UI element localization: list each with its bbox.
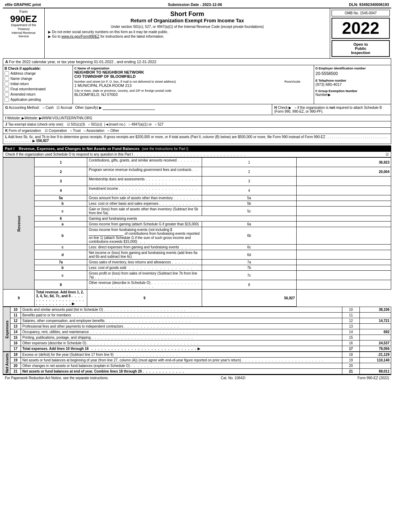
part1-title: Revenue, Expenses, and Changes in Net As… [17, 147, 142, 151]
line-ref-1: 1 [202, 158, 296, 167]
section-d-label: D Employer identification number [315, 67, 389, 70]
revenue-row-7a: 7a Gross sales of inventory, less return… [3, 260, 391, 265]
revenue-row-6d: d Net income or (loss) from gaming and f… [3, 250, 391, 260]
open-inspection-title: Open to [334, 42, 388, 46]
expense-row-15: 15 Printing, publications, postage, and … [3, 335, 391, 340]
revenue-row-6: 6 Gaming and fundraising events [3, 216, 391, 222]
open-inspection-detail: Inspection [334, 51, 388, 55]
net-val-19: 110,140 [360, 358, 391, 363]
section-g: G Accounting Method: ○ Cash ☑ Accrual Ot… [3, 104, 272, 115]
section-i: I Website: ▶Website: ▶WWW.VOLUNTEERNTNN.… [3, 115, 391, 121]
org-city: BLOOMFIELD, NJ 07003 [74, 92, 312, 97]
part1-subtitle: (see the instructions for Part I) [142, 147, 188, 151]
checkbox-initial-return[interactable]: Initial return [5, 82, 71, 86]
revenue-row-5b: b Less: cost or other basis and sales ex… [3, 201, 391, 207]
revenue-row-4: 4 Investment income . . . . . . . . . . … [3, 186, 391, 195]
cat-number: Cat. No. 10642I [221, 376, 245, 380]
form-subtitle: Under section 501(c), 527, or 4947(a)(1)… [48, 25, 326, 29]
section-e-label: E Telephone number [315, 79, 389, 82]
expense-val-17: 78,056 [360, 346, 391, 352]
section-j: J Tax-exempt status (check only one): ☑ … [3, 121, 391, 128]
efile-label: efile GRAPHIC print [5, 2, 41, 7]
form-number: 990EZ [10, 14, 37, 23]
checkbox-app-pending[interactable]: Application pending [5, 97, 71, 102]
section-l: L Add lines 5b, 6c, and 7b to line 9 to … [3, 134, 391, 144]
revenue-row-6b: b Gross income from fundraising events (… [3, 227, 391, 245]
section-a-text: For the 2022 calendar year, or tax year … [9, 60, 157, 64]
bullet1: ▶ Do not enter social security numbers o… [48, 30, 326, 34]
net-row-21: 21 Net assets or fund balances at end of… [3, 369, 391, 374]
form-ref: Form 990-EZ (2022) [357, 376, 389, 380]
revenue-row-5c: c Gain or (loss) from sale of assets oth… [3, 207, 391, 216]
paperwork-notice: For Paperwork Reduction Act Notice, see … [5, 376, 109, 380]
ein-value: 20-5558500 [315, 71, 389, 76]
label-app-pending: Application pending [10, 98, 41, 102]
bullet2: ▶ Go to www.irs.gov/Form990EZ for instru… [48, 35, 326, 38]
section-a-label: A [5, 60, 9, 64]
open-inspection-sub: Public [334, 46, 388, 51]
revenue-row-1: Revenue 1 Contributions, gifts, grants, … [3, 158, 391, 167]
revenue-row-6a: a Gross income from gaming (attach Sched… [3, 222, 391, 227]
section-f-label: F Group Exemption Number [315, 89, 389, 93]
tax-year: 2022 [332, 18, 390, 39]
expense-row-12: 12 Salaries, other compensation, and emp… [3, 318, 391, 324]
line-val-2: 20,004 [296, 167, 391, 177]
dln-number: DLN: 93492340006193 [349, 2, 389, 7]
expense-val-10: 38,106 [360, 307, 391, 313]
dept-treasury: Department of theTreasuryInternal Revenu… [11, 23, 36, 38]
net-row-19: 19 Net assets or fund balances at beginn… [3, 358, 391, 363]
omb-number: OMB No. 1545-0047 [332, 10, 390, 16]
revenue-row-3: 3 Membership dues and assessments . . . … [3, 177, 391, 186]
net-val-18: -21,129 [360, 352, 391, 358]
revenue-row-6c: c Less: direct expenses from gaming and … [3, 245, 391, 250]
submission-date: Submission Date - 2023-12-06 [168, 2, 222, 7]
section-k: K Form of organization: ☑ Corporation ○ … [3, 128, 391, 134]
net-val-21: 89,011 [360, 369, 391, 374]
form-return-title: Return of Organization Exempt From Incom… [48, 18, 326, 23]
label-name-change: Name change [10, 77, 32, 81]
f-arrow: ▶ [328, 93, 331, 97]
org-name-line1: NEIGHBOR TO NEIGHBOR NETWORK [74, 70, 312, 74]
address-label: Number and street (or P. O. box, if mail… [74, 80, 281, 83]
net-row-20: 20 Other changes in net assets or fund b… [3, 363, 391, 369]
revenue-row-5a: 5a Gross amount from sale of assets othe… [3, 195, 391, 201]
net-row-18: Net Assets 18 Excess or (deficit) for th… [3, 352, 391, 358]
expense-row-11: 11 Benefits paid to or for members . . .… [3, 313, 391, 318]
part1-label: Part I [5, 147, 15, 151]
label-address-change: Address change [10, 72, 36, 75]
cash-label: Cash [46, 106, 54, 110]
label-initial-return: Initial return [10, 82, 29, 86]
expense-val-16: 24,537 [360, 340, 391, 346]
line-val-9: 56,927 [202, 290, 296, 307]
section-h: H Check ▶ ○ if the organization is not r… [272, 104, 391, 115]
line-num-1: 1 [35, 158, 87, 167]
expense-row-13: 13 Professional fees and other payments … [3, 324, 391, 329]
revenue-row-9: 9 Total revenue. Add lines 1, 2, 3, 4, 5… [3, 290, 391, 307]
room-suite-label: Room/suite [284, 80, 312, 83]
revenue-row-7b: b Less: cost of goods sold . . . . . . .… [3, 265, 391, 271]
form-short-title: Short Form [48, 10, 326, 18]
revenue-row-2: 2 Program service revenue including gove… [3, 167, 391, 177]
accrual-label: Accrual [60, 106, 72, 110]
org-address: 1 MUNICIPAL PLAZA ROOM 213 [74, 83, 281, 88]
expense-row-17: 17 Total expenses. Add lines 10 through … [3, 346, 391, 352]
expense-val-12: 14,721 [360, 318, 391, 324]
section-l-value: 56,927 [38, 139, 49, 143]
checkbox-final-return[interactable]: Final return/terminated [5, 87, 71, 91]
revenue-row-8: 8 Other revenue (describe in Schedule O)… [3, 280, 391, 290]
label-amended-return: Amended return [10, 92, 36, 96]
form-label: Form [20, 10, 28, 14]
line-val-1: 36,923 [296, 158, 391, 167]
phone-value: (973) 680-4017 [315, 82, 389, 87]
checkbox-amended-return[interactable]: Amended return [5, 92, 71, 97]
website-url: Website: ▶WWW.VOLUNTEERNTNN.ORG [24, 116, 92, 120]
expense-row-14: 14 Occupancy, rent, utilities, and maint… [3, 329, 391, 335]
checkbox-name-change[interactable]: Name change [5, 76, 71, 81]
expense-row-10: Expenses 10 Grants and similar amounts p… [3, 307, 391, 313]
label-final-return: Final return/terminated [10, 87, 46, 91]
section-b-label: B Check if applicable: [5, 67, 71, 70]
org-name-line2: C/O TOWNSHIP OF BLOOMFIELD [74, 74, 312, 78]
expense-val-14: 692 [360, 329, 391, 335]
expense-row-16: 16 Other expenses (describe in Schedule … [3, 340, 391, 346]
checkbox-address-change[interactable]: Address change [5, 71, 71, 76]
